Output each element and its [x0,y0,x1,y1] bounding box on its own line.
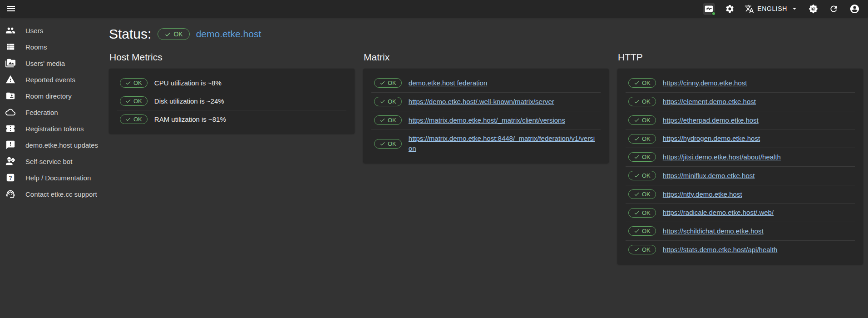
check-icon [125,116,131,122]
check-icon [634,210,640,216]
check-icon [634,99,640,104]
monitor-status-icon[interactable] [703,3,715,15]
sidebar-item-users-media[interactable]: Users' media [0,55,109,71]
sidebar-item-federation[interactable]: Federation [0,104,109,120]
sidebar-item-users[interactable]: Users [0,22,109,39]
sidebar-item-self-service-bot[interactable]: Self-service bot [0,153,109,169]
warning-icon [5,75,15,84]
media-icon [5,58,15,68]
ok-badge: OK [120,96,148,106]
check-icon [125,80,131,86]
status-ok-badge: OK [158,28,189,40]
sidebar-item-reported-events[interactable]: Reported events [0,71,109,88]
check-link[interactable]: demo.etke.host federation [409,78,487,88]
users-icon [5,25,15,35]
check-row: OK https://demo.etke.host/.well-known/ma… [371,93,601,111]
sidebar-item-label: Help / Documentation [25,174,91,182]
language-label: ENGLISH [757,5,787,12]
brightness-icon[interactable] [808,3,819,15]
check-icon [634,136,640,142]
check-icon [380,80,385,86]
ok-badge: OK [628,208,656,218]
sidebar-item-room-directory[interactable]: Room directory [0,88,109,104]
ok-badge: OK [628,97,656,106]
folder-shared-icon [5,91,15,101]
ticket-icon [5,124,15,134]
check-icon [164,31,171,38]
check-icon [634,173,640,179]
main-content: Status: OK demo.etke.host Host Metrics O… [109,17,868,318]
domain-link[interactable]: demo.etke.host [196,29,261,40]
check-link[interactable]: https://miniflux.demo.etke.host [663,171,755,181]
check-link[interactable]: https://hydrogen.demo.etke.host [663,134,760,144]
sidebar-item-label: Users [25,27,43,35]
sidebar-item-label: Users' media [25,60,65,67]
ok-badge: OK [120,78,148,88]
check-icon [634,117,640,123]
ok-badge: OK [628,152,656,162]
topbar-actions: ENGLISH [703,3,861,15]
check-link[interactable]: https://radicale.demo.etke.host/.web/ [663,208,774,218]
sidebar-item-label: Reported events [25,76,75,84]
ok-badge: OK [628,226,656,236]
translate-icon [745,4,754,14]
ok-badge: OK [628,189,656,199]
sidebar-item-label: Registration tokens [25,125,84,133]
help-icon: ? [5,173,15,183]
chevron-down-icon [790,5,799,13]
check-row: OK https://hydrogen.demo.etke.host [626,129,855,148]
engineering-icon [5,156,15,166]
metric-row-cpu: OK CPU utilization is ~8% [117,74,346,92]
check-link[interactable]: https://matrix.demo.etke.host/_matrix/cl… [409,115,565,125]
check-icon [380,141,385,147]
check-row: OK https://ntfy.demo.etke.host [626,185,855,204]
sidebar-item-label: demo.etke.host updates [25,141,98,149]
sidebar-item-label: Room directory [25,92,72,100]
ok-badge: OK [628,171,656,180]
check-row: OK https://schildichat.demo.etke.host [626,222,855,241]
language-selector[interactable]: ENGLISH [745,4,799,14]
settings-gear-icon[interactable] [724,3,735,15]
host-metrics-card: OK CPU utilization is ~8% OK Disk utiliz… [109,69,355,134]
check-link[interactable]: https://jitsi.demo.etke.host/about/healt… [663,152,781,162]
hamburger-menu-icon[interactable] [5,2,17,15]
ok-badge: OK [374,115,402,125]
refresh-icon[interactable] [828,3,839,15]
check-link[interactable]: https://matrix.demo.etke.host:8448/_matr… [409,134,598,154]
sidebar-item-label: Contact etke.cc support [25,190,97,198]
check-link[interactable]: https://demo.etke.host/.well-known/matri… [409,97,554,107]
section-title-http: HTTP [618,52,863,63]
http-section: HTTP OK https://cinny.demo.etke.host OK … [617,52,863,264]
ok-badge: OK [628,115,656,125]
matrix-section: Matrix OK demo.etke.host federation OK h… [363,52,609,163]
announcement-icon [5,140,15,150]
check-row: OK https://matrix.demo.etke.host:8448/_m… [371,129,601,158]
check-row: OK demo.etke.host federation [371,74,601,93]
check-icon [634,191,640,197]
check-link[interactable]: https://schildichat.demo.etke.host [663,226,764,236]
sidebar-item-rooms[interactable]: Rooms [0,39,109,55]
sidebar-item-contact-support[interactable]: Contact etke.cc support [0,186,109,202]
ok-badge: OK [628,134,656,144]
ok-badge: OK [120,114,148,124]
topbar: ENGLISH [0,0,868,17]
check-link[interactable]: https://element.demo.etke.host [663,97,756,107]
section-title-matrix: Matrix [364,52,609,63]
check-link[interactable]: https://cinny.demo.etke.host [663,78,747,88]
sidebar-item-host-updates[interactable]: demo.etke.host updates [0,137,109,153]
check-row: OK https://element.demo.etke.host [626,93,855,111]
sidebar-item-registration-tokens[interactable]: Registration tokens [0,120,109,137]
check-icon [634,247,640,253]
account-icon[interactable] [848,3,861,15]
check-link[interactable]: https://stats.demo.etke.host/api/health [663,245,778,255]
check-link[interactable]: https://ntfy.demo.etke.host [663,189,742,199]
metric-row-ram: OK RAM utilization is ~81% [117,110,346,128]
sidebar: Users Rooms Users' media Reported events [0,17,109,318]
status-columns: Host Metrics OK CPU utilization is ~8% O… [109,52,863,264]
status-header: Status: OK demo.etke.host [109,26,863,42]
check-link[interactable]: https://etherpad.demo.etke.host [663,115,759,125]
rooms-icon [5,42,15,52]
check-icon [634,228,640,234]
metric-row-disk: OK Disk utilization is ~24% [117,92,346,110]
sidebar-item-help-documentation[interactable]: ? Help / Documentation [0,169,109,186]
